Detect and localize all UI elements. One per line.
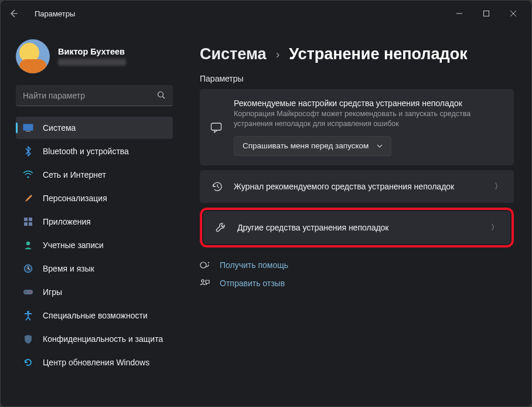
breadcrumb-current: Устранение неполадок <box>289 45 467 63</box>
troubleshoot-mode-dropdown[interactable]: Спрашивать меня перед запуском <box>234 136 391 156</box>
svg-point-7 <box>27 176 29 178</box>
brush-icon <box>23 193 33 204</box>
svg-point-3 <box>158 92 163 97</box>
bluetooth-icon <box>23 146 33 157</box>
nav-windows-update[interactable]: Центр обновления Windows <box>16 351 173 374</box>
breadcrumb-parent[interactable]: Система <box>200 45 267 63</box>
section-label: Параметры <box>200 74 514 83</box>
main-content: Система › Устранение неполадок Параметры… <box>182 26 531 406</box>
nav-label: Специальные возможности <box>43 311 148 320</box>
svg-point-19 <box>200 262 206 268</box>
wifi-icon <box>23 169 33 180</box>
svg-point-20 <box>208 262 209 263</box>
nav-label: Конфиденциальность и защита <box>43 334 163 344</box>
maximize-button[interactable] <box>473 1 500 26</box>
link-label: Получить помощь <box>220 260 288 270</box>
nav-label: Игры <box>43 287 62 297</box>
recommended-settings-card: Рекомендуемые настройки средства устране… <box>200 89 514 165</box>
nav-bluetooth[interactable]: Bluetooth и устройства <box>16 140 173 162</box>
breadcrumb: Система › Устранение неполадок <box>200 45 514 63</box>
wrench-icon <box>215 222 227 233</box>
svg-point-15 <box>25 291 26 293</box>
nav-label: Приложения <box>43 217 91 226</box>
chevron-right-icon: 〉 <box>495 181 502 192</box>
search-icon <box>157 91 166 100</box>
account-icon <box>23 240 33 250</box>
search-input[interactable] <box>23 91 157 100</box>
troubleshoot-history-card[interactable]: Журнал рекомендуемого средства устранени… <box>200 170 514 203</box>
window-title: Параметры <box>35 9 75 18</box>
nav-privacy[interactable]: Конфиденциальность и защита <box>16 328 173 350</box>
titlebar: Параметры <box>1 1 531 26</box>
back-button[interactable] <box>9 9 28 18</box>
svg-point-12 <box>26 242 30 245</box>
help-icon <box>200 260 210 270</box>
nav-system[interactable]: Система <box>16 117 173 139</box>
svg-rect-10 <box>24 222 28 226</box>
minimize-button[interactable] <box>446 1 473 26</box>
other-troubleshooters-card[interactable]: Другие средства устранения неполадок 〉 <box>203 211 510 244</box>
chat-icon <box>210 122 223 156</box>
svg-rect-6 <box>26 131 30 132</box>
nav-personalization[interactable]: Персонализация <box>16 187 173 209</box>
privacy-icon <box>23 334 33 344</box>
nav-network[interactable]: Сеть и Интернет <box>16 164 173 186</box>
time-icon <box>23 263 33 274</box>
svg-point-17 <box>27 311 29 313</box>
nav-list: Система Bluetooth и устройства Сеть и Ин… <box>16 117 173 374</box>
card-title: Рекомендуемые настройки средства устране… <box>234 99 503 108</box>
card-label: Другие средства устранения неполадок <box>237 223 480 232</box>
nav-gaming[interactable]: Игры <box>16 281 173 303</box>
chevron-down-icon <box>377 144 383 148</box>
accessibility-icon <box>23 310 33 321</box>
nav-label: Время и язык <box>43 264 94 273</box>
user-name: Виктор Бухтеев <box>58 47 126 56</box>
feedback-icon <box>200 279 210 289</box>
link-label: Отправить отзыв <box>220 279 285 288</box>
close-button[interactable] <box>500 1 527 26</box>
nav-apps[interactable]: Приложения <box>16 211 173 233</box>
footer-links: Получить помощь Отправить отзыв <box>200 260 514 289</box>
svg-point-16 <box>30 291 31 293</box>
nav-label: Система <box>43 123 76 133</box>
svg-rect-18 <box>212 123 221 130</box>
chevron-right-icon: › <box>276 48 280 61</box>
nav-accounts[interactable]: Учетные записи <box>16 234 173 256</box>
svg-rect-11 <box>29 222 32 226</box>
card-subtitle: Корпорация Майкрософт может рекомендоват… <box>234 109 503 129</box>
avatar <box>16 39 50 73</box>
history-icon <box>212 181 223 192</box>
apps-icon <box>23 216 33 227</box>
svg-rect-5 <box>23 124 33 131</box>
nav-time-language[interactable]: Время и язык <box>16 257 173 280</box>
card-label: Журнал рекомендуемого средства устранени… <box>234 182 484 191</box>
svg-rect-9 <box>29 218 32 221</box>
nav-label: Учетные записи <box>43 240 104 250</box>
get-help-link[interactable]: Получить помощь <box>200 260 514 270</box>
svg-line-4 <box>163 97 165 99</box>
user-profile[interactable]: Виктор Бухтеев <box>16 39 173 73</box>
user-email-blurred <box>58 59 126 66</box>
nav-label: Сеть и Интернет <box>43 170 106 179</box>
nav-label: Персонализация <box>43 194 107 203</box>
search-box[interactable] <box>16 85 173 106</box>
games-icon <box>23 287 33 297</box>
svg-rect-8 <box>24 218 28 221</box>
dropdown-value: Спрашивать меня перед запуском <box>243 141 369 150</box>
chevron-right-icon: 〉 <box>491 222 499 233</box>
svg-point-21 <box>202 280 204 282</box>
update-icon <box>23 357 33 368</box>
svg-rect-14 <box>23 290 33 294</box>
system-icon <box>23 123 33 133</box>
settings-window: Параметры Виктор Бухтеев <box>0 0 532 407</box>
nav-accessibility[interactable]: Специальные возможности <box>16 304 173 327</box>
send-feedback-link[interactable]: Отправить отзыв <box>200 279 514 289</box>
nav-label: Центр обновления Windows <box>43 358 149 367</box>
nav-label: Bluetooth и устройства <box>43 147 129 156</box>
sidebar: Виктор Бухтеев Система Bluetooth и устро… <box>1 26 182 406</box>
highlight-ring: Другие средства устранения неполадок 〉 <box>200 208 514 247</box>
